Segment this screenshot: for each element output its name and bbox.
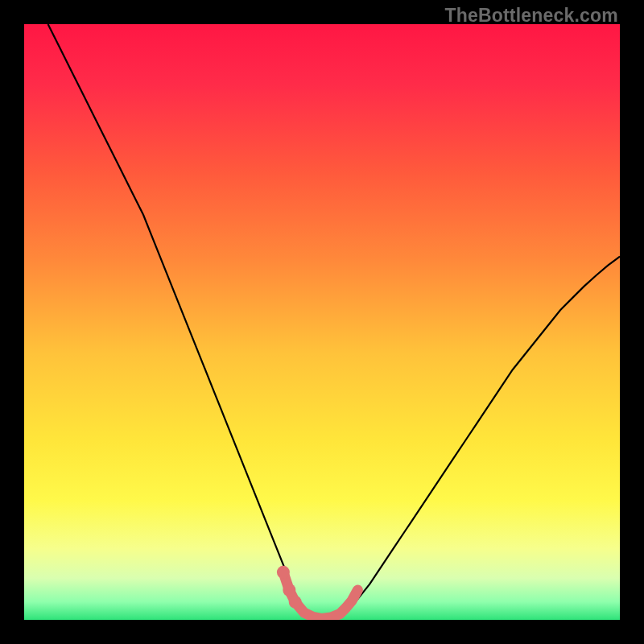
chart-frame: TheBottleneck.com [0,0,644,644]
trough-marker-dot [289,596,302,609]
plot-area [24,24,620,620]
trough-marker-dot [283,584,295,597]
watermark-text: TheBottleneck.com [444,5,618,27]
bottleneck-curve [48,24,620,619]
curve-layer [24,24,620,620]
trough-marker-dot [277,566,290,579]
trough-markers [277,566,358,619]
trough-highlight [283,572,358,619]
